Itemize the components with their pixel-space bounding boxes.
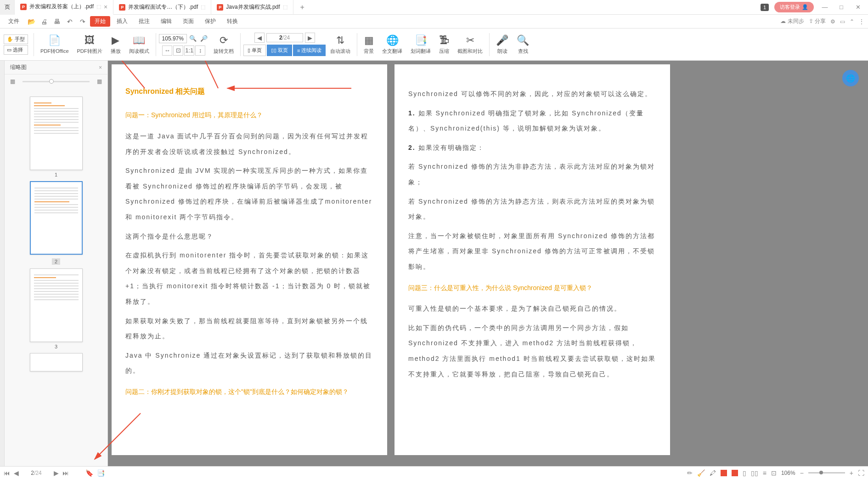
first-page-icon[interactable]: ⏮ bbox=[4, 469, 10, 477]
wordtrans-button[interactable]: 📑划词翻译 bbox=[407, 32, 434, 57]
pdf-to-office[interactable]: 📄PDF转Office bbox=[37, 32, 73, 57]
mode-icon[interactable]: ▭ bbox=[840, 18, 845, 25]
fit-height-icon[interactable]: ↕ bbox=[195, 46, 205, 56]
thumbnails-list[interactable]: 1 2 3 bbox=[5, 88, 107, 466]
zoom-level[interactable]: 106% bbox=[781, 470, 795, 476]
menu-insert[interactable]: 插入 bbox=[112, 16, 132, 27]
close-thumbnails-icon[interactable]: × bbox=[99, 64, 102, 71]
tab-home[interactable]: 页 bbox=[0, 0, 15, 15]
play-button[interactable]: ▶播放 bbox=[107, 32, 124, 57]
sync-status[interactable]: ☁ 未同步 bbox=[780, 17, 804, 25]
collapse-icon[interactable]: ⌃ bbox=[850, 18, 854, 25]
bookmark-icon[interactable]: 🔖 bbox=[85, 469, 93, 477]
single-page-button[interactable]: ▯ 单页 bbox=[243, 45, 266, 56]
crop-button[interactable]: ✂截图和对比 bbox=[454, 32, 486, 57]
notification-badge[interactable]: 1 bbox=[761, 4, 769, 11]
thumbnails-header: 缩略图 × bbox=[5, 61, 107, 74]
tab-3[interactable]: P Java并发编程实战.pdf ⬚ bbox=[211, 0, 293, 15]
highlight-icon[interactable]: 🖍 bbox=[710, 469, 716, 477]
menu-protect[interactable]: 保护 bbox=[200, 16, 220, 27]
guest-login-button[interactable]: 访客登录 👤 bbox=[774, 2, 814, 12]
page-input[interactable]: 2/24 bbox=[266, 33, 303, 42]
thumbnail-4[interactable] bbox=[30, 353, 83, 371]
grid-view-icon[interactable]: ▦ bbox=[97, 78, 102, 85]
menu-start[interactable]: 开始 bbox=[90, 16, 110, 27]
word-translate-icon: 📑 bbox=[415, 34, 427, 47]
close-icon[interactable]: × bbox=[104, 3, 107, 11]
next-page-icon[interactable]: ▶ bbox=[305, 33, 315, 43]
zoom-in-icon[interactable]: 🔍 bbox=[188, 34, 198, 44]
actual-size-icon[interactable]: 1:1 bbox=[184, 46, 194, 56]
read-mode[interactable]: 📖阅读模式 bbox=[125, 32, 153, 57]
fit-width-icon[interactable]: ↔ bbox=[162, 46, 172, 56]
tab-add[interactable]: + bbox=[293, 3, 311, 11]
view-continuous-icon[interactable]: ≡ bbox=[763, 469, 767, 477]
view-double-icon[interactable]: ▯▯ bbox=[751, 469, 758, 477]
save-icon[interactable]: 🖨 bbox=[39, 18, 50, 25]
menu-convert[interactable]: 转换 bbox=[222, 16, 242, 27]
background-button[interactable]: ▦背景 bbox=[360, 32, 378, 57]
next-page-icon[interactable]: ▶ bbox=[54, 469, 59, 477]
open-icon[interactable]: 📂 bbox=[26, 18, 37, 25]
status-page-input[interactable]: 2/24 bbox=[23, 470, 50, 476]
double-page-button[interactable]: ▯▯ 双页 bbox=[267, 45, 292, 56]
prev-page-icon[interactable]: ◀ bbox=[254, 33, 265, 43]
rotate-button[interactable]: ⟳旋转文档 bbox=[210, 32, 237, 57]
menu-page[interactable]: 页面 bbox=[178, 16, 198, 27]
settings-icon[interactable]: ⚙ bbox=[830, 18, 835, 25]
zoom-in-icon[interactable]: + bbox=[850, 469, 853, 477]
fit-icon[interactable]: ⊡ bbox=[771, 469, 777, 477]
pin-icon[interactable]: ⬚ bbox=[201, 4, 205, 10]
float-translate-button[interactable]: 🌐 bbox=[842, 70, 859, 86]
fulltrans-button[interactable]: 🌐全文翻译 bbox=[378, 32, 406, 57]
question-1: 问题一：Synchronized 用过吗，其原理是什么？ bbox=[125, 108, 373, 123]
tab-2[interactable]: P 并发编程面试专…（下）.pdf ⬚ bbox=[113, 0, 211, 15]
autoscroll-button[interactable]: ⇅自动滚动 bbox=[327, 32, 354, 57]
eraser-icon[interactable]: 🧹 bbox=[697, 469, 705, 477]
outline-icon[interactable]: 📑 bbox=[97, 469, 105, 477]
thumbnail-2[interactable] bbox=[30, 181, 83, 255]
fullscreen-icon[interactable]: ⛶ bbox=[858, 469, 864, 477]
select-tool[interactable]: ▭ 选择 bbox=[4, 45, 28, 55]
search-icon: 🔍 bbox=[517, 34, 529, 47]
share-button[interactable]: ⇪ 分享 bbox=[809, 17, 826, 25]
left-panel[interactable] bbox=[0, 61, 5, 466]
window-close-icon[interactable]: ✕ bbox=[852, 4, 863, 11]
zoom-input[interactable]: 105.97% bbox=[159, 34, 187, 43]
more-icon[interactable]: ⋮ bbox=[859, 18, 864, 25]
thumbnail-size-slider[interactable] bbox=[23, 81, 90, 82]
continuous-button[interactable]: ≡ 连续阅读 bbox=[293, 45, 326, 56]
compress-button[interactable]: 🗜压缩 bbox=[435, 32, 453, 57]
thumbnail-3[interactable] bbox=[30, 268, 83, 342]
pdf-to-image[interactable]: 🖼PDF转图片 bbox=[73, 32, 106, 57]
color-swatch[interactable] bbox=[732, 470, 738, 476]
zoom-slider[interactable] bbox=[808, 472, 845, 473]
readaloud-button[interactable]: 🎤朗读 bbox=[492, 32, 512, 57]
zoom-out-icon[interactable]: − bbox=[800, 469, 804, 477]
pin-icon[interactable]: ⬚ bbox=[283, 4, 287, 10]
redo-icon[interactable]: ↷ bbox=[77, 18, 88, 25]
last-page-icon[interactable]: ⏭ bbox=[62, 469, 69, 477]
thumbnail-1[interactable] bbox=[30, 97, 83, 170]
fit-page-icon[interactable]: ⊡ bbox=[173, 46, 183, 56]
menu-edit[interactable]: 编辑 bbox=[156, 16, 176, 27]
undo-icon[interactable]: ↶ bbox=[64, 18, 75, 25]
minimize-icon[interactable]: — bbox=[819, 4, 830, 11]
view-single-icon[interactable]: ▯ bbox=[743, 469, 746, 477]
maximize-icon[interactable]: □ bbox=[836, 4, 847, 11]
find-button[interactable]: 🔍查找 bbox=[513, 32, 533, 57]
hand-tool[interactable]: ✋ 手型 bbox=[4, 34, 28, 44]
document-viewport[interactable]: Synchronized 相关问题 问题一：Synchronized 用过吗，其… bbox=[108, 61, 868, 466]
print-icon[interactable]: 🖶 bbox=[51, 18, 62, 25]
tab-1[interactable]: P 并发编程及答案（上）.pdf ⬚ × bbox=[15, 0, 113, 15]
thumb-2-num: 2 bbox=[52, 258, 60, 265]
list-view-icon[interactable]: ▦ bbox=[10, 78, 15, 85]
menu-file[interactable]: 文件 bbox=[4, 16, 24, 27]
menubar: 文件 📂 🖨 🖶 ↶ ↷ 开始 插入 批注 编辑 页面 保护 转换 ☁ 未同步 … bbox=[0, 15, 868, 29]
prev-page-icon[interactable]: ◀ bbox=[14, 469, 19, 477]
color-swatch[interactable] bbox=[721, 470, 727, 476]
pin-icon[interactable]: ⬚ bbox=[96, 4, 101, 10]
menu-annotate[interactable]: 批注 bbox=[134, 16, 154, 27]
zoom-out-icon[interactable]: 🔎 bbox=[199, 34, 209, 44]
brush-icon[interactable]: ✏ bbox=[687, 469, 693, 477]
